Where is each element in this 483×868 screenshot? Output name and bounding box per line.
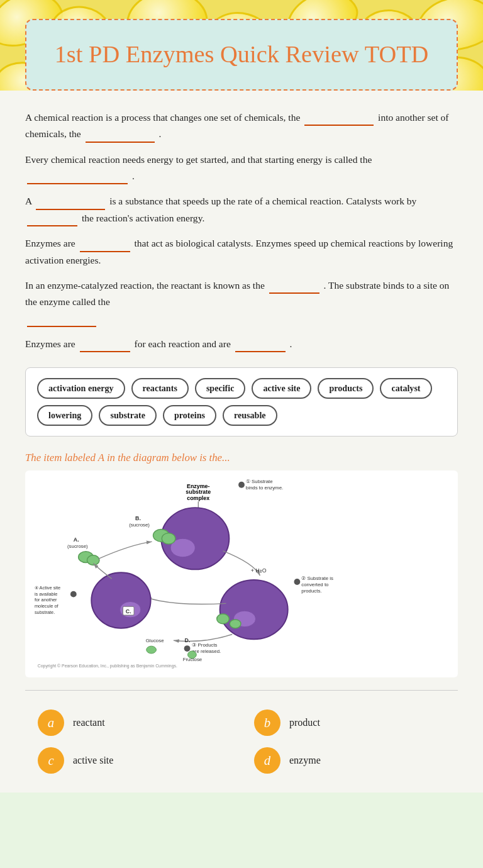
word-chip-reactants[interactable]: reactants	[131, 378, 189, 399]
word-chip-lowering[interactable]: lowering	[37, 405, 92, 426]
svg-text:+ H₂O: + H₂O	[251, 568, 267, 574]
answer-text-a: reactant	[73, 717, 105, 728]
svg-text:for another: for another	[35, 598, 57, 603]
answer-text-c: active site	[73, 755, 113, 766]
passage-5: In an enzyme-catalyzed reaction, the rea…	[25, 277, 458, 327]
header-card: 1st PD Enzymes Quick Review TOTD	[25, 19, 458, 91]
svg-text:is available: is available	[35, 591, 57, 597]
svg-text:B.: B.	[135, 515, 141, 521]
word-chip-specific[interactable]: specific	[195, 378, 246, 399]
svg-text:① Substrate: ① Substrate	[246, 479, 273, 484]
svg-text:products.: products.	[301, 588, 321, 594]
word-chip-active-site[interactable]: active site	[252, 378, 311, 399]
svg-text:molecule of: molecule of	[35, 604, 59, 609]
svg-text:② Substrate is: ② Substrate is	[301, 576, 333, 581]
blank-activation-energy	[27, 174, 128, 184]
svg-text:substrate: substrate	[186, 489, 211, 496]
word-bank: activation energy reactants specific act…	[25, 367, 458, 437]
word-chip-reusable[interactable]: reusable	[223, 405, 277, 426]
word-chip-activation-energy[interactable]: activation energy	[37, 378, 125, 399]
passage-2: Every chemical reaction needs energy to …	[25, 152, 458, 185]
answer-choice-d[interactable]: d enzyme	[254, 747, 445, 774]
answer-badge-c: c	[38, 747, 64, 774]
answer-text-b: product	[289, 717, 320, 728]
divider	[25, 690, 458, 691]
word-chip-proteins[interactable]: proteins	[163, 405, 216, 426]
answer-text-d: enzyme	[289, 755, 321, 766]
answer-badge-a: a	[38, 709, 64, 736]
word-chip-catalyst[interactable]: catalyst	[380, 378, 431, 399]
blank-catalyst	[36, 199, 105, 210]
svg-text:④ Active site: ④ Active site	[35, 585, 60, 591]
svg-point-5	[238, 482, 245, 488]
page-title: 1st PD Enzymes Quick Review TOTD	[52, 39, 431, 70]
svg-point-36	[70, 591, 77, 598]
answer-choice-b[interactable]: b product	[254, 709, 445, 736]
blank-active-site	[27, 316, 96, 327]
word-chip-substrate[interactable]: substrate	[99, 405, 157, 426]
blank-substrate	[269, 283, 319, 294]
svg-text:Copyright © Pearson Education,: Copyright © Pearson Education, Inc., pub…	[38, 664, 177, 669]
svg-text:Glucose: Glucose	[146, 638, 164, 644]
svg-point-32	[91, 573, 150, 628]
svg-point-27	[230, 620, 241, 628]
svg-text:③ Products: ③ Products	[192, 643, 217, 648]
blank-lowering	[27, 216, 77, 226]
answer-badge-d: d	[254, 747, 280, 774]
main-content: A chemical reaction is a process that ch…	[0, 91, 483, 793]
svg-point-45	[188, 651, 197, 659]
svg-rect-0	[31, 477, 452, 669]
svg-point-18	[162, 533, 175, 545]
svg-text:Enzyme-: Enzyme-	[187, 483, 209, 489]
svg-text:converted to: converted to	[301, 582, 329, 587]
diagram-container: Enzyme- substrate complex ① Substrate bi…	[25, 470, 458, 677]
diagram-question: The item labeled A in the diagram below …	[25, 452, 458, 464]
blank-proteins	[80, 241, 130, 252]
svg-text:complex: complex	[187, 496, 209, 502]
svg-text:C.: C.	[126, 609, 131, 615]
blank-reusable	[235, 342, 286, 352]
passage-1: A chemical reaction is a process that ch…	[25, 109, 458, 143]
svg-point-20	[294, 579, 300, 586]
answer-choice-c[interactable]: c active site	[38, 747, 229, 774]
svg-point-43	[147, 647, 157, 654]
answer-choice-a[interactable]: a reactant	[38, 709, 229, 736]
blank-specific	[80, 342, 130, 352]
svg-point-28	[184, 646, 191, 652]
svg-point-24	[220, 580, 288, 639]
answer-badge-b: b	[254, 709, 280, 736]
svg-point-26	[217, 614, 230, 624]
passage-3: A is a substance that speeds up the rate…	[25, 193, 458, 226]
answer-choices: a reactant b product c active site d enz…	[25, 703, 458, 780]
word-chip-products[interactable]: products	[318, 378, 374, 399]
svg-text:(sucrose): (sucrose)	[67, 543, 88, 549]
blank-reactants	[304, 115, 374, 126]
svg-text:substrate.: substrate.	[35, 609, 55, 615]
svg-text:D.: D.	[185, 638, 191, 644]
passage-4: Enzymes are that act as biological catal…	[25, 235, 458, 269]
svg-text:binds to enzyme.: binds to enzyme.	[246, 485, 283, 491]
svg-text:A.: A.	[74, 537, 79, 543]
passage-6: Enzymes are for each reaction and are .	[25, 336, 458, 352]
enzyme-diagram-svg: Enzyme- substrate complex ① Substrate bi…	[31, 477, 452, 669]
svg-text:(sucrose): (sucrose)	[129, 522, 150, 528]
blank-products	[86, 132, 155, 143]
